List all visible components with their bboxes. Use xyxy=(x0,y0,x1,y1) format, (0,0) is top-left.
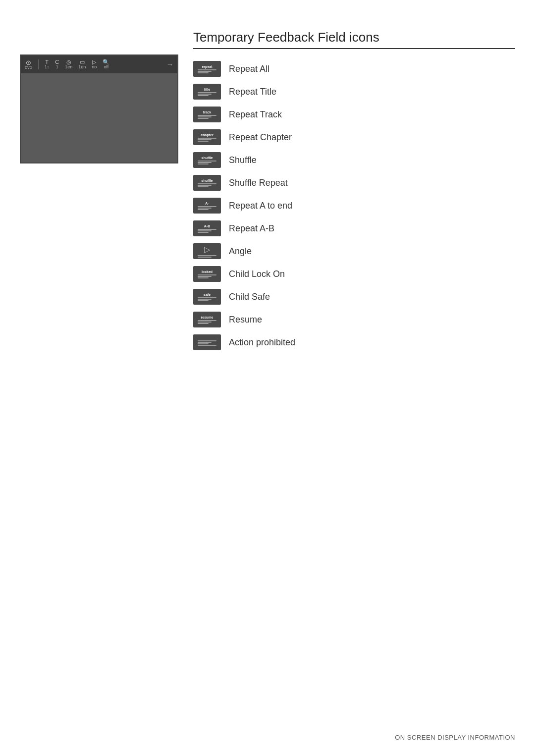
zoom-icon: 🔍 off xyxy=(103,59,109,69)
graphic-line xyxy=(198,277,209,278)
badge-graphic xyxy=(198,255,216,258)
badge-label: shuffle xyxy=(202,156,213,160)
action-prohibited-badge xyxy=(193,334,221,350)
player-toolbar: ⊙ DVD T 1↕ C 1 ◎ 1en ▭ 1en xyxy=(21,55,177,73)
graphic-line xyxy=(198,274,216,275)
graphic-line xyxy=(198,138,216,139)
badge-label: resume xyxy=(201,316,214,319)
t-icon: T 1↕ xyxy=(45,59,50,69)
badge-graphic xyxy=(198,161,216,164)
icon-description: Angle xyxy=(229,246,252,257)
graphic-line xyxy=(198,343,209,344)
icon-list: repeat Repeat All title Repeat Title xyxy=(193,61,515,350)
graphic-line xyxy=(198,71,212,72)
graphic-line xyxy=(198,163,209,164)
toolbar-arrow: → xyxy=(166,60,173,68)
angle-icon-toolbar: ▷ no xyxy=(92,59,97,69)
player-screen-container: ⊙ DVD T 1↕ C 1 ◎ 1en ▭ 1en xyxy=(20,54,178,163)
graphic-line xyxy=(198,141,209,142)
list-item: track Repeat Track xyxy=(193,107,515,122)
graphic-line xyxy=(198,162,212,163)
section-title: Temporary Feedback Field icons xyxy=(193,30,515,49)
icon-description: Action prohibited xyxy=(229,337,295,348)
graphic-line xyxy=(198,342,212,343)
badge-label: chapter xyxy=(201,133,213,137)
repeat-ab-badge: A-B xyxy=(193,220,221,236)
graphic-line xyxy=(198,257,212,258)
list-item: shuffle Shuffle Repeat xyxy=(193,175,515,191)
list-item: shuffle Shuffle xyxy=(193,152,515,168)
graphic-line xyxy=(198,206,216,207)
list-item: ▷ Angle xyxy=(193,243,515,259)
badge-graphic xyxy=(198,320,216,324)
graphic-line xyxy=(198,232,209,233)
graphic-line xyxy=(198,209,209,210)
shuffle-badge: shuffle xyxy=(193,152,221,168)
graphic-line xyxy=(198,95,209,96)
graphic-line xyxy=(198,255,216,256)
badge-label: repeat xyxy=(202,65,212,68)
graphic-line xyxy=(198,300,209,301)
repeat-a-badge: A- xyxy=(193,198,221,214)
resume-badge: resume xyxy=(193,312,221,327)
graphic-line xyxy=(198,69,216,70)
toolbar-divider-1 xyxy=(38,59,39,69)
badge-label: shuffle xyxy=(202,179,213,182)
screen-body xyxy=(21,73,177,162)
badge-label: locked xyxy=(202,270,213,273)
angle-icon: ▷ xyxy=(204,245,210,254)
graphic-line xyxy=(198,118,209,119)
list-item: safe Child Safe xyxy=(193,289,515,305)
icon-description: Shuffle xyxy=(229,155,257,165)
graphic-line xyxy=(198,322,212,323)
icon-description: Repeat All xyxy=(229,64,269,74)
list-item: A-B Repeat A-B xyxy=(193,220,515,236)
icon-description: Child Lock On xyxy=(229,269,285,279)
shuffle-repeat-badge: shuffle xyxy=(193,175,221,191)
list-item: resume Resume xyxy=(193,312,515,327)
graphic-line xyxy=(198,185,212,186)
icon-description: Repeat Title xyxy=(229,87,276,97)
badge-graphic xyxy=(198,229,216,233)
dvd-icon: ⊙ DVD xyxy=(25,59,32,69)
badge-graphic xyxy=(198,340,216,346)
icon-description: Repeat Chapter xyxy=(229,132,292,143)
list-item: locked Child Lock On xyxy=(193,266,515,282)
graphic-line xyxy=(198,230,212,231)
graphic-line xyxy=(198,183,216,184)
icon-description: Resume xyxy=(229,315,262,325)
badge-graphic xyxy=(198,138,216,142)
subtitle-icon: ▭ 1en xyxy=(78,59,86,69)
list-item: A- Repeat A to end xyxy=(193,198,515,214)
icon-description: Repeat Track xyxy=(229,109,282,120)
graphic-line xyxy=(198,92,216,93)
graphic-line xyxy=(198,297,216,298)
icon-description: Repeat A-B xyxy=(229,223,274,234)
graphic-line xyxy=(198,161,216,162)
icon-description: Repeat A to end xyxy=(229,201,292,211)
graphic-line xyxy=(198,299,212,300)
repeat-track-badge: track xyxy=(193,107,221,122)
angle-badge: ▷ xyxy=(193,243,221,259)
graphic-line xyxy=(198,320,216,321)
graphic-line xyxy=(198,139,212,140)
player-screen: ⊙ DVD T 1↕ C 1 ◎ 1en ▭ 1en xyxy=(20,54,178,163)
badge-graphic xyxy=(198,297,216,301)
graphic-line xyxy=(198,340,216,341)
badge-label: A- xyxy=(205,202,209,205)
list-item: chapter Repeat Chapter xyxy=(193,129,515,145)
child-lock-badge: locked xyxy=(193,266,221,282)
repeat-all-badge: repeat xyxy=(193,61,221,77)
badge-graphic xyxy=(198,115,216,119)
graphic-line xyxy=(198,345,216,346)
badge-graphic xyxy=(198,206,216,210)
graphic-line xyxy=(198,323,209,324)
c-icon: C 1 xyxy=(55,59,59,69)
graphic-line xyxy=(198,186,209,187)
graphic-line xyxy=(198,276,212,277)
graphic-line xyxy=(198,208,212,209)
icon-description: Child Safe xyxy=(229,292,270,302)
content-section: Temporary Feedback Field icons repeat Re… xyxy=(193,30,515,350)
list-item: title Repeat Title xyxy=(193,84,515,100)
badge-graphic xyxy=(198,274,216,278)
